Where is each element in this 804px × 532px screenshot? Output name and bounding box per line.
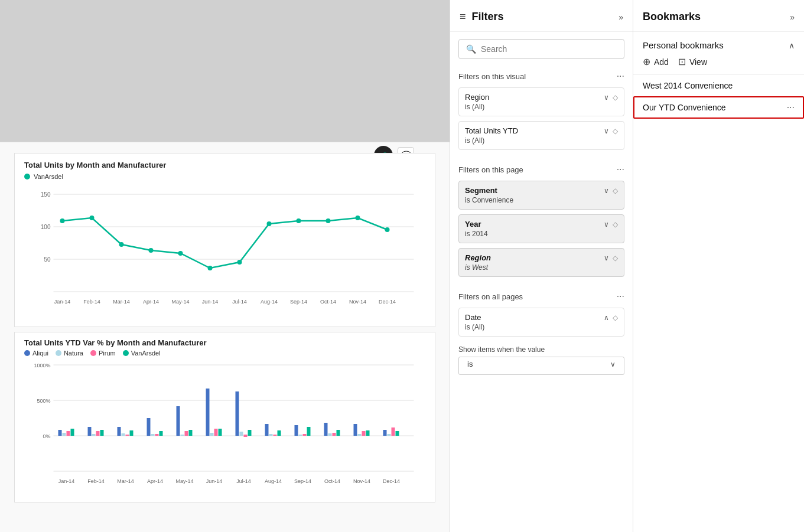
add-bookmark-label: Add bbox=[654, 57, 669, 67]
filter-card-date-header: Date ∧ ◇ bbox=[465, 313, 618, 322]
svg-rect-74 bbox=[324, 423, 328, 436]
legend-label-vanarsdel: VanArsdel bbox=[131, 350, 161, 357]
svg-rect-45 bbox=[100, 430, 104, 436]
filter-section-visual-label: Filters on this visual bbox=[458, 72, 526, 81]
filter-card-year-eraser[interactable]: ◇ bbox=[613, 220, 618, 229]
svg-text:50: 50 bbox=[44, 256, 51, 263]
svg-rect-59 bbox=[210, 433, 214, 436]
filter-section-page-dots[interactable]: ··· bbox=[617, 164, 624, 175]
svg-text:Jan-14: Jan-14 bbox=[54, 299, 71, 305]
filter-card-region-page-value: is West bbox=[465, 263, 618, 272]
svg-rect-42 bbox=[88, 427, 92, 436]
svg-rect-57 bbox=[189, 430, 193, 436]
filter-card-region-page-chevron[interactable]: ∨ bbox=[604, 254, 609, 262]
filter-card-year-value: is 2014 bbox=[465, 230, 618, 238]
filter-card-totalunits-visual-eraser[interactable]: ◇ bbox=[613, 127, 618, 135]
add-bookmark-button[interactable]: ⊕ Add bbox=[643, 56, 669, 67]
filter-card-region-page[interactable]: Region ∨ ◇ is West bbox=[458, 248, 624, 277]
filters-close-chevron[interactable]: » bbox=[619, 12, 623, 22]
svg-rect-52 bbox=[155, 434, 159, 436]
personal-bookmarks-collapse[interactable]: ∧ bbox=[789, 41, 795, 50]
legend-label-pirum: Pirum bbox=[99, 350, 116, 357]
chart1-container: Total Units by Month and Manufacturer Va… bbox=[14, 153, 435, 327]
filter-card-region-visual[interactable]: Region ∨ ◇ is (All) bbox=[458, 87, 624, 116]
svg-text:150: 150 bbox=[41, 191, 51, 198]
filter-card-date[interactable]: Date ∧ ◇ is (All) bbox=[458, 308, 624, 337]
filter-card-region-visual-chevron[interactable]: ∨ bbox=[604, 93, 609, 102]
filter-card-year-name: Year bbox=[465, 220, 481, 229]
svg-text:Jun-14: Jun-14 bbox=[202, 299, 219, 305]
svg-point-15 bbox=[297, 218, 301, 223]
legend-dot-vanarsdel bbox=[123, 350, 129, 356]
legend-dot-pirum bbox=[90, 350, 96, 356]
filter-card-region-page-eraser[interactable]: ◇ bbox=[613, 254, 618, 262]
svg-rect-85 bbox=[396, 431, 399, 436]
filter-card-segment-eraser[interactable]: ◇ bbox=[613, 187, 618, 195]
filter-card-region-page-controls: ∨ ◇ bbox=[604, 254, 618, 262]
svg-rect-73 bbox=[307, 427, 311, 436]
is-dropdown-chevron[interactable]: ∨ bbox=[610, 360, 616, 368]
filter-card-totalunits-visual-chevron[interactable]: ∨ bbox=[604, 127, 609, 135]
filter-card-year-chevron[interactable]: ∨ bbox=[604, 220, 609, 229]
svg-point-16 bbox=[326, 218, 331, 223]
filter-section-page-label: Filters on this page bbox=[458, 165, 523, 174]
filter-section-allpages-dots[interactable]: ··· bbox=[617, 291, 624, 302]
bookmarks-close-chevron[interactable]: » bbox=[790, 12, 795, 22]
filter-card-date-chevron[interactable]: ∧ bbox=[604, 314, 609, 322]
svg-rect-68 bbox=[274, 435, 277, 436]
legend-vanarsdel: VanArsdel bbox=[123, 350, 161, 357]
filter-card-date-controls: ∧ ◇ bbox=[604, 314, 618, 322]
svg-rect-65 bbox=[248, 430, 252, 436]
filter-card-date-name: Date bbox=[465, 313, 481, 322]
svg-rect-67 bbox=[269, 434, 273, 436]
svg-rect-48 bbox=[126, 435, 129, 436]
filter-card-date-eraser[interactable]: ◇ bbox=[613, 314, 618, 322]
svg-text:Aug-14: Aug-14 bbox=[261, 299, 278, 305]
filter-card-year-controls: ∨ ◇ bbox=[604, 220, 618, 229]
filter-section-visual-dots[interactable]: ··· bbox=[617, 71, 624, 81]
svg-rect-41 bbox=[71, 429, 74, 436]
svg-rect-70 bbox=[295, 425, 298, 436]
search-icon: 🔍 bbox=[466, 44, 476, 54]
svg-rect-44 bbox=[96, 431, 100, 436]
svg-text:1000%: 1000% bbox=[34, 363, 50, 368]
chart2-container: Total Units YTD Var % by Month and Manuf… bbox=[14, 332, 435, 502]
search-box[interactable]: 🔍 bbox=[458, 39, 624, 59]
add-bookmark-icon: ⊕ bbox=[643, 56, 650, 67]
filter-card-segment-chevron[interactable]: ∨ bbox=[604, 187, 609, 195]
svg-text:Jul-14: Jul-14 bbox=[236, 478, 251, 484]
search-input[interactable] bbox=[481, 44, 617, 54]
filter-card-totalunits-visual[interactable]: Total Units YTD ∨ ◇ is (All) bbox=[458, 121, 624, 150]
svg-point-18 bbox=[385, 227, 390, 232]
svg-rect-47 bbox=[122, 433, 125, 436]
svg-text:Mar-14: Mar-14 bbox=[113, 299, 130, 305]
svg-point-17 bbox=[356, 216, 360, 220]
filter-card-region-page-header: Region ∨ ◇ bbox=[465, 253, 618, 262]
legend-pirum: Pirum bbox=[90, 350, 116, 357]
personal-bookmarks-label: Personal bookmarks bbox=[643, 40, 724, 50]
bookmark-our-ytd[interactable]: Our YTD Convenience ··· bbox=[633, 96, 804, 119]
chart1-title: Total Units by Month and Manufacturer bbox=[24, 161, 425, 169]
top-gray-area bbox=[0, 0, 450, 142]
svg-rect-38 bbox=[58, 430, 62, 436]
filter-card-region-visual-name: Region bbox=[465, 93, 489, 102]
filter-card-totalunits-visual-value: is (All) bbox=[465, 136, 618, 145]
chart1-legend-dot bbox=[24, 174, 30, 179]
filter-card-region-visual-value: is (All) bbox=[465, 103, 618, 111]
view-bookmark-button[interactable]: ⊡ View bbox=[678, 56, 707, 67]
svg-rect-61 bbox=[219, 429, 222, 436]
filter-card-segment[interactable]: Segment ∨ ◇ is Convenience bbox=[458, 181, 624, 210]
filter-card-year[interactable]: Year ∨ ◇ is 2014 bbox=[458, 214, 624, 243]
bookmark-our-ytd-dots[interactable]: ··· bbox=[787, 102, 795, 113]
filter-section-allpages-header: Filters on all pages ··· bbox=[450, 286, 633, 305]
filters-icon: ≡ bbox=[460, 11, 466, 23]
svg-point-11 bbox=[178, 251, 183, 256]
svg-rect-53 bbox=[160, 431, 163, 436]
svg-text:Nov-14: Nov-14 bbox=[349, 299, 366, 305]
svg-rect-39 bbox=[63, 433, 66, 436]
filter-card-region-visual-eraser[interactable]: ◇ bbox=[613, 93, 618, 102]
bookmark-west-2014[interactable]: West 2014 Convenience bbox=[633, 75, 804, 96]
legend-label-aliqui: Aliqui bbox=[32, 350, 48, 357]
chart2-svg: 1000% 500% 0% bbox=[24, 359, 425, 495]
svg-rect-50 bbox=[147, 418, 151, 436]
